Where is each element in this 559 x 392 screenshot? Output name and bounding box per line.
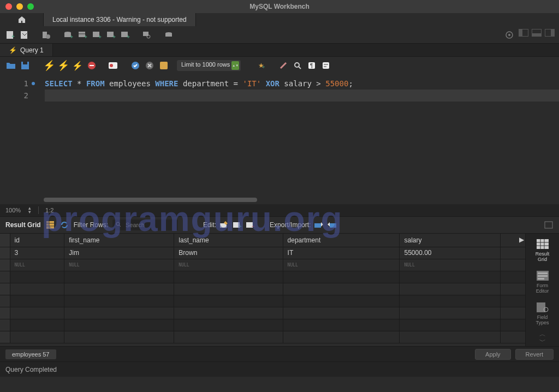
table-row-empty xyxy=(0,283,525,295)
svg-line-42 xyxy=(119,225,121,227)
column-header[interactable]: first_name xyxy=(64,234,174,247)
invisible-chars-icon[interactable]: ¶ xyxy=(306,60,317,71)
stop-icon[interactable] xyxy=(86,60,97,71)
collapse-arrow-icon[interactable]: ▶ xyxy=(519,236,524,243)
results-grid[interactable]: id first_name last_name department salar… xyxy=(0,234,525,346)
side-result-grid[interactable]: Result Grid xyxy=(535,238,550,262)
toggle-whitespace-icon[interactable] xyxy=(158,60,169,71)
column-header[interactable]: last_name xyxy=(174,234,283,247)
reconnect-icon[interactable] xyxy=(163,29,175,41)
open-file-icon[interactable] xyxy=(5,60,16,71)
column-header[interactable]: salary xyxy=(400,234,501,247)
apply-button[interactable]: Apply xyxy=(475,349,511,360)
create-table-icon[interactable]: + xyxy=(76,29,88,41)
editor-code[interactable]: SELECT * FROM employees WHERE department… xyxy=(33,74,559,204)
limit-rows-select[interactable]: Limit to 1000 rows ▲▼ xyxy=(177,60,241,71)
close-window-icon[interactable] xyxy=(5,3,12,10)
home-tab[interactable] xyxy=(0,13,44,26)
svg-point-22 xyxy=(508,34,510,36)
results-area: id first_name last_name department salar… xyxy=(0,234,559,346)
column-header[interactable]: id xyxy=(10,234,64,247)
side-scroll-icon[interactable]: ︿﹀ xyxy=(539,330,546,346)
app-title: MySQL Workbench xyxy=(249,3,310,10)
revert-button[interactable]: Revert xyxy=(515,349,554,360)
table-row[interactable]: 3 Jim Brown IT 55000.00 xyxy=(0,247,525,259)
cell-null[interactable]: NULL xyxy=(283,259,400,271)
open-sql-file-icon[interactable] xyxy=(19,29,31,41)
wrap-icon[interactable] xyxy=(320,60,331,71)
inspector-icon[interactable] xyxy=(40,29,52,41)
explain-icon[interactable]: ⚡ xyxy=(72,60,83,71)
cell[interactable]: IT xyxy=(283,247,400,259)
create-function-icon[interactable]: + xyxy=(119,29,131,41)
wrap-cell-icon[interactable] xyxy=(544,220,554,230)
settings-icon[interactable] xyxy=(503,29,515,41)
refresh-icon[interactable] xyxy=(60,220,69,230)
svg-rect-48 xyxy=(314,223,321,228)
find-icon[interactable] xyxy=(292,60,303,71)
svg-text:+: + xyxy=(70,34,73,40)
svg-point-4 xyxy=(46,34,50,39)
svg-rect-24 xyxy=(23,62,27,64)
editor-scrollbar[interactable] xyxy=(44,198,551,202)
create-schema-icon[interactable]: + xyxy=(62,29,74,41)
cell-null[interactable]: NULL xyxy=(400,259,501,271)
rollback-icon[interactable] xyxy=(144,60,155,71)
svg-text:+: + xyxy=(239,223,242,229)
sql-editor[interactable]: 1 2 SELECT * FROM employees WHERE depart… xyxy=(0,74,559,204)
side-form-editor[interactable]: Form Editor xyxy=(535,270,550,294)
maximize-window-icon[interactable] xyxy=(27,3,34,10)
import-icon[interactable] xyxy=(327,220,337,230)
execute-icon[interactable]: ⚡ xyxy=(44,60,55,71)
favorite-icon[interactable]: ★+ xyxy=(256,60,267,71)
editor-status-bar: 100% ▲▼ 1:2 xyxy=(0,204,559,216)
table-header-row: id first_name last_name department salar… xyxy=(0,234,525,247)
toggle-bottom-panel-icon[interactable] xyxy=(532,29,542,37)
toggle-right-panel-icon[interactable] xyxy=(545,29,555,37)
toggle-autocommit-icon[interactable] xyxy=(108,60,119,71)
svg-rect-59 xyxy=(538,278,544,280)
table-row-null[interactable]: NULL NULL NULL NULL NULL xyxy=(0,259,525,271)
table-row-empty xyxy=(0,331,525,343)
cell-null[interactable]: NULL xyxy=(64,259,174,271)
lightning-icon: ⚡ xyxy=(9,46,17,54)
column-header[interactable]: department xyxy=(283,234,400,247)
add-row-icon[interactable]: + xyxy=(233,220,242,230)
filter-rows-input[interactable] xyxy=(112,219,178,230)
execute-current-icon[interactable]: ⚡ xyxy=(58,60,69,71)
beautify-icon[interactable] xyxy=(278,60,289,71)
side-label: Field Types xyxy=(536,314,549,325)
cell[interactable]: 55000.00 xyxy=(400,247,501,259)
new-sql-tab-icon[interactable]: + xyxy=(4,29,16,41)
create-procedure-icon[interactable]: + xyxy=(105,29,117,41)
cell-null[interactable]: NULL xyxy=(174,259,283,271)
form-view-icon xyxy=(535,270,550,282)
home-icon xyxy=(17,15,26,24)
scrollbar-thumb[interactable] xyxy=(44,198,257,202)
connection-tab-label: Local instance 3306 - Warning - not supp… xyxy=(52,16,187,23)
save-file-icon[interactable] xyxy=(20,60,31,71)
delete-row-icon[interactable]: − xyxy=(246,220,255,230)
result-tab[interactable]: employees 57 xyxy=(5,349,56,359)
create-view-icon[interactable]: + xyxy=(91,29,103,41)
commit-icon[interactable] xyxy=(130,60,141,71)
zoom-stepper-icon[interactable]: ▲▼ xyxy=(27,206,32,214)
minimize-window-icon[interactable] xyxy=(16,3,23,10)
search-table-icon[interactable] xyxy=(141,29,153,41)
code-line: SELECT * FROM employees WHERE department… xyxy=(45,78,559,90)
connection-tab[interactable]: Local instance 3306 - Warning - not supp… xyxy=(44,13,196,26)
toggle-left-panel-icon[interactable] xyxy=(519,29,528,37)
query-tab-bar: ⚡ Query 1 xyxy=(0,44,559,57)
query-tab[interactable]: ⚡ Query 1 xyxy=(0,44,53,56)
svg-rect-49 xyxy=(330,223,336,228)
cell[interactable]: 3 xyxy=(10,247,64,259)
cell[interactable]: Brown xyxy=(174,247,283,259)
grid-icon[interactable] xyxy=(45,220,55,230)
side-field-types[interactable]: Field Types xyxy=(535,301,550,325)
cell-null[interactable]: NULL xyxy=(10,259,64,271)
export-icon[interactable] xyxy=(314,220,324,230)
result-grid-label: Result Grid xyxy=(5,221,41,229)
cell[interactable]: Jim xyxy=(64,247,174,259)
svg-text:¶: ¶ xyxy=(310,63,313,69)
edit-row-icon[interactable] xyxy=(219,220,229,230)
